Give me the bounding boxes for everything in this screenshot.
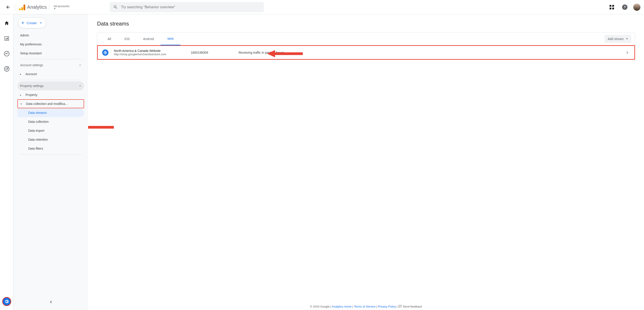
rail-explore[interactable] (2, 49, 11, 58)
add-stream-label: Add stream (608, 37, 624, 41)
plus-icon: + (21, 20, 24, 26)
nav-sub-label: Account (26, 72, 37, 76)
help-icon: ? (622, 4, 628, 10)
nav-data-import[interactable]: Data import (18, 126, 84, 135)
footer-copyright: © 2024 Google (310, 305, 330, 308)
chevron-up-icon (78, 63, 82, 67)
nav-separator-2 (20, 80, 82, 80)
avatar[interactable] (633, 4, 640, 11)
stream-name-column: North America & Canada Website http://sh… (114, 49, 185, 56)
help-button[interactable]: ? (620, 3, 629, 12)
nav-setup-assistant[interactable]: Setup Assistant (18, 49, 84, 58)
sidebar: + Create ▼ Admin My preferences Setup As… (14, 14, 88, 310)
tab-all[interactable]: All (101, 32, 118, 45)
logo[interactable]: Analytics (19, 4, 47, 10)
chevron-right-icon (625, 50, 630, 55)
caret-down-icon: ▼ (40, 22, 42, 24)
caret-right-icon: ▸ (20, 94, 22, 96)
nav-account-settings[interactable]: Account settings (18, 60, 84, 70)
rail-admin-active[interactable] (2, 297, 11, 306)
nav-account[interactable]: ▸ Account (18, 70, 84, 78)
search-bar[interactable] (110, 2, 264, 12)
target-icon (4, 66, 10, 72)
nav-group-label: Property settings (20, 84, 44, 88)
footer: © 2024 Google | Analytics home | Terms o… (88, 305, 644, 308)
nav-separator (20, 59, 82, 59)
nav-property-settings[interactable]: Property settings (18, 82, 84, 90)
main-content: Data streams All iOS Android Web Add str… (88, 14, 644, 310)
header-divider (15, 4, 15, 10)
tabs-row: All iOS Android Web Add stream ▼ (97, 32, 635, 46)
search-icon (113, 5, 118, 10)
stream-id: 1600198309 (191, 51, 233, 54)
header-right: ? (607, 3, 640, 12)
page-title: Data streams (97, 20, 635, 27)
stream-url: http://shop.googlemerchandisestore.com (114, 52, 185, 56)
chevron-left-icon (48, 300, 53, 304)
bar-chart-icon (4, 36, 10, 41)
nav-group-label: Account settings (20, 63, 43, 67)
header: Analytics All accounts ▼ ? (0, 0, 644, 14)
footer-analytics-home[interactable]: Analytics home (332, 305, 352, 308)
create-button[interactable]: + Create ▼ (18, 18, 46, 28)
footer-privacy[interactable]: Privacy Policy (378, 305, 396, 308)
annotation-arrow-icon (267, 49, 303, 58)
globe-icon (102, 50, 108, 56)
chevron-up-icon (78, 84, 82, 88)
caret-down-icon: ▼ (54, 8, 69, 10)
rail-advertising[interactable] (2, 64, 11, 73)
streams-card: All iOS Android Web Add stream ▼ North A… (97, 32, 635, 60)
nav-data-collection-group[interactable]: ▾ Data collection and modifica... (18, 99, 84, 108)
nav-sub-label: Data collection and modifica... (26, 102, 68, 106)
trend-icon (4, 51, 10, 56)
nav-data-filters[interactable]: Data filters (18, 144, 84, 153)
nav-data-collection[interactable]: Data collection (18, 117, 84, 126)
nav-sub-label: Property (26, 93, 37, 96)
svg-rect-2 (6, 38, 7, 40)
nav-property[interactable]: ▸ Property (18, 90, 84, 99)
nav-admin[interactable]: Admin (18, 31, 84, 40)
nav-section: Admin My preferences Setup Assistant Acc… (16, 31, 86, 156)
svg-rect-1 (6, 38, 6, 40)
gear-icon (4, 299, 9, 304)
feedback-icon (398, 305, 402, 308)
caret-down-icon: ▼ (626, 38, 628, 40)
app-title: Analytics (27, 4, 47, 10)
rail-home[interactable] (2, 19, 11, 28)
svg-rect-3 (8, 37, 8, 40)
apps-grid-icon (610, 5, 614, 10)
home-icon (4, 20, 10, 26)
search-input[interactable] (121, 5, 260, 9)
create-label: Create (26, 21, 37, 25)
nav-data-retention[interactable]: Data retention (18, 135, 84, 144)
annotation-arrow-icon (88, 123, 114, 132)
account-selector[interactable]: All accounts ▼ (54, 4, 69, 10)
caret-right-icon: ▸ (20, 73, 22, 76)
sidebar-collapse-button[interactable] (46, 298, 55, 306)
header-divider-2 (49, 4, 49, 10)
body: + Create ▼ Admin My preferences Setup As… (0, 14, 644, 310)
tab-android[interactable]: Android (136, 32, 160, 45)
footer-feedback[interactable]: Send feedback (403, 305, 422, 308)
nav-rail (0, 14, 14, 310)
stream-name: North America & Canada Website (114, 49, 185, 52)
tab-web[interactable]: Web (160, 33, 180, 46)
rail-reports[interactable] (2, 34, 11, 43)
nav-separator-3 (20, 154, 82, 154)
ga-logo-icon (19, 4, 25, 10)
footer-tos[interactable]: Terms of Service (354, 305, 376, 308)
arrow-left-icon (6, 5, 10, 10)
back-button[interactable] (4, 3, 12, 12)
add-stream-button[interactable]: Add stream ▼ (605, 35, 632, 43)
search-container (110, 2, 264, 12)
caret-down-icon: ▾ (20, 103, 23, 105)
nav-my-preferences[interactable]: My preferences (18, 40, 84, 49)
apps-button[interactable] (607, 3, 616, 12)
nav-data-streams[interactable]: Data streams (18, 108, 84, 117)
tab-ios[interactable]: iOS (118, 32, 136, 45)
stream-row[interactable]: North America & Canada Website http://sh… (97, 45, 635, 60)
